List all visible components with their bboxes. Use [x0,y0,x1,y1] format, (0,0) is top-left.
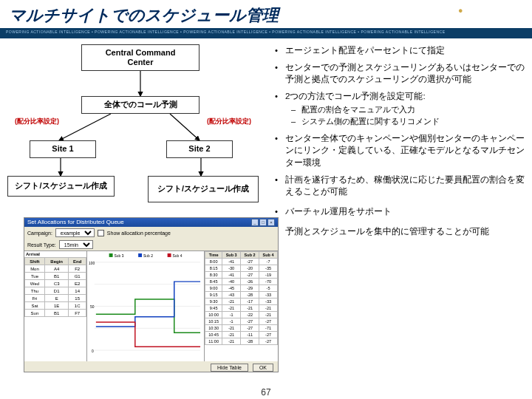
page-title: マルチサイトでのスケジュール管理 [9,4,523,27]
bullet-panel: エージェント配置をパーセントにて指定 センターでの予測とスケジューリングあるいは… [272,44,525,242]
page-number: 67 [261,387,270,398]
svg-line-1 [59,114,111,140]
dialog-titlebar: Set Allocations for Distributed Queue _ … [24,218,278,227]
right-table: TimeSub 3Sub 2Sub 48:00-41-27-78:15-30-2… [204,251,278,361]
allocation-chart: 100500 Sub 3Sub 2Sub 4 [87,251,204,361]
box-site-2: Site 2 [166,140,233,158]
svg-text:Sub 4: Sub 4 [173,254,183,258]
bullet-7: 予測とスケジュールを集中的に管理することが可能 [272,225,525,238]
svg-text:Sub 2: Sub 2 [143,254,153,258]
ribbon-strip: POWERING ACTIONABLE INTELLIGENCE • POWER… [0,28,532,38]
title-bar: マルチサイトでのスケジュール管理 [0,0,532,28]
svg-text:0: 0 [92,349,94,353]
svg-rect-18 [168,253,171,257]
minimize-icon[interactable]: _ [251,219,259,226]
bullet-6: バーチャル運用をサポート [272,205,525,218]
campaign-label: Campaign: [27,231,52,236]
svg-rect-14 [109,253,113,257]
box-overall-forecast: 全体でのコール予測 [81,96,200,114]
bullet-1: エージェント配置をパーセントにて指定 [272,44,525,57]
ratio-label-left: (配分比率設定) [15,117,59,126]
brand-logo: • VERINT® [458,4,520,18]
ok-button[interactable]: OK [253,364,273,372]
svg-text:Sub 3: Sub 3 [115,254,124,258]
period-label: Result Type: [27,242,56,248]
box-site-1: Site 1 [30,140,96,158]
maximize-icon[interactable]: □ [259,219,267,226]
bullet-4: センター全体でのキャンペーンや個別センターのキャンペーンにリンク・定義している、… [272,132,525,169]
period-select[interactable]: 15min [59,240,93,249]
box-shift-1: シフト/スケジュール作成 [7,176,115,197]
svg-text:50: 50 [90,305,95,309]
close-icon[interactable]: × [267,219,275,226]
left-table: Arrival ShiftBeginEndMonA4F2TueB1G1WedC3… [24,251,87,361]
bullet-2: センターでの予測とスケジューリングあるいはセンターでの予測と拠点でのスケジューリ… [272,61,525,86]
show-allocation-checkbox[interactable] [98,230,104,236]
ratio-label-right: (配分比率設定) [207,117,251,126]
screenshot-dialog: Set Allocations for Distributed Queue _ … [24,217,279,372]
svg-text:100: 100 [89,262,95,265]
svg-rect-16 [138,253,142,257]
box-central-command: Central Command Center [81,44,200,71]
diagram-panel: Central Command Center 全体でのコール予測 (配分比率設定… [7,44,266,242]
campaign-select[interactable]: example [55,228,95,237]
bullet-3-sub-1: 配置の割合をマニュアルで入力 [290,104,525,116]
bullet-3-sub-2: システム側の配置に関するリコメンド [290,116,525,128]
svg-line-2 [170,114,200,140]
show-allocation-label: Show allocation percentage [107,231,171,236]
box-shift-2: シフト/スケジュール作成 [148,176,259,202]
bullet-3: 2つの方法でコール予測を設定可能: 配置の割合をマニュアルで入力 システム側の配… [272,90,525,128]
bullet-5: 計画を遂行するため、稼働状況に応じた要員配置の割合を変えることが可能 [272,174,525,198]
hide-table-button[interactable]: Hide Table [211,364,248,372]
dialog-title: Set Allocations for Distributed Queue [27,219,124,226]
